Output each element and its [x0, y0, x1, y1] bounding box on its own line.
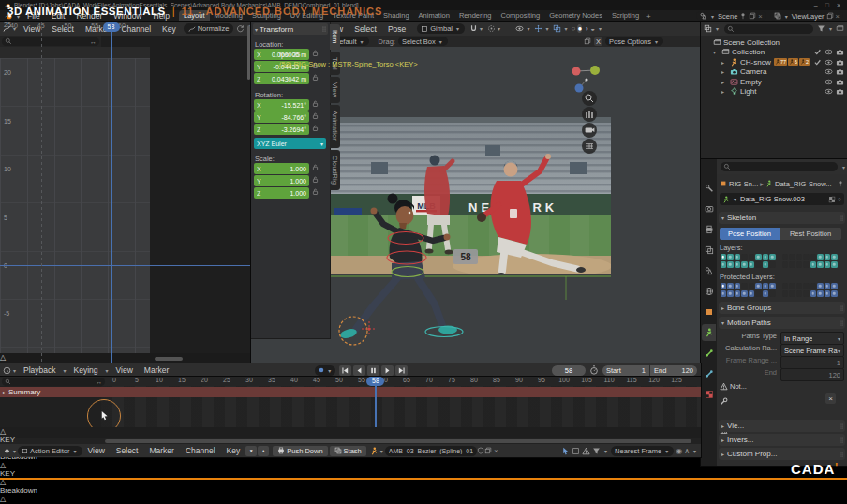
- outliner-row-scene-collection[interactable]: Scene Collection: [701, 37, 847, 48]
- outliner-row-camera[interactable]: ▸Camera: [701, 67, 847, 78]
- n-panel-tab-item[interactable]: Item: [330, 24, 340, 50]
- layer-toggle[interactable]: [782, 261, 789, 268]
- frame-start-field[interactable]: Start1: [602, 365, 649, 376]
- scene-selector[interactable]: ▾Scene×: [696, 11, 766, 21]
- action-name-field[interactable]: AMB_03_Bezier_(Spline)_01: [385, 446, 477, 456]
- timeline-marker[interactable]: △KEY: [0, 495, 701, 504]
- layer-toggle[interactable]: [810, 290, 817, 297]
- layer-toggle[interactable]: [803, 261, 810, 268]
- tab-rendering[interactable]: Rendering: [454, 10, 497, 22]
- rotation-y-lock-icon[interactable]: [311, 111, 319, 120]
- collapsed-panel-1[interactable]: ▸Invers...: [719, 434, 845, 446]
- shading-rendered-icon[interactable]: ◒: [590, 24, 595, 33]
- outliner-type-icon[interactable]: [704, 24, 712, 33]
- dope-menu-key[interactable]: Key: [221, 446, 246, 455]
- properties-tab-texture[interactable]: [702, 386, 716, 403]
- properties-tab-object-data[interactable]: [702, 324, 716, 341]
- collapsed-panel-2[interactable]: ▸Custom Prop...: [719, 448, 845, 460]
- layer-toggle[interactable]: [831, 290, 838, 297]
- minimize-button[interactable]: –: [814, 2, 818, 8]
- layer-down-button[interactable]: ▼: [245, 446, 257, 456]
- layer-toggle[interactable]: [803, 283, 810, 289]
- eye-toggle-icon[interactable]: [825, 58, 833, 67]
- layer-toggle[interactable]: [749, 283, 755, 289]
- layer-toggle[interactable]: [721, 290, 727, 297]
- layer-toggle[interactable]: [796, 290, 803, 297]
- jump-to-start-button[interactable]: [339, 365, 351, 376]
- outliner-search-input[interactable]: [724, 24, 813, 34]
- layer-toggle[interactable]: [769, 290, 776, 297]
- camera-toggle-icon[interactable]: [836, 48, 844, 56]
- viewport-menu-select[interactable]: Select: [349, 24, 382, 34]
- layer-toggle[interactable]: [735, 290, 741, 297]
- graph-search-input[interactable]: ↔: [2, 37, 99, 46]
- expand-toggle-icon[interactable]: ▸: [721, 79, 728, 85]
- skeleton-panel-header[interactable]: ▾Skeleton: [719, 212, 845, 224]
- rest-position-button[interactable]: Rest Position: [780, 228, 841, 240]
- visibility-toggle-icon[interactable]: [515, 24, 524, 33]
- maximize-button[interactable]: □: [825, 2, 829, 8]
- interpolation-icon[interactable]: ∧: [684, 447, 690, 455]
- outliner-row-collection[interactable]: ▾Collection: [701, 48, 847, 58]
- zoom-button[interactable]: [582, 91, 597, 106]
- snap-icon[interactable]: [469, 24, 478, 33]
- timeline-menu-view[interactable]: View: [111, 365, 139, 375]
- layer-toggle[interactable]: [782, 283, 789, 289]
- motion-paths-row-value[interactable]: 120: [780, 368, 844, 381]
- dope-type-icon[interactable]: [3, 447, 11, 455]
- layer-toggle[interactable]: [796, 283, 803, 289]
- pin-icon[interactable]: [739, 12, 747, 20]
- layer-toggle[interactable]: [831, 283, 838, 289]
- outliner-row-light[interactable]: ▸Light: [701, 87, 847, 97]
- stash-button[interactable]: Stash: [330, 446, 366, 456]
- layer-toggle[interactable]: [825, 283, 831, 289]
- scene-close-icon[interactable]: ×: [758, 12, 762, 21]
- rotation-x-field[interactable]: X-15.521°: [254, 99, 309, 111]
- layer-toggle[interactable]: [817, 261, 824, 268]
- layer-toggle[interactable]: [727, 261, 734, 268]
- x-mirror-toggle[interactable]: X: [594, 37, 602, 46]
- snap-mode-dropdown[interactable]: Nearest Frame▾: [611, 446, 674, 456]
- filter-icon[interactable]: [817, 24, 825, 33]
- layer-toggle[interactable]: [741, 254, 748, 260]
- layer-toggle[interactable]: [825, 261, 831, 268]
- layer-toggle[interactable]: [769, 283, 776, 289]
- n-panel-tab-view[interactable]: View: [330, 77, 340, 103]
- add-workspace-button[interactable]: +: [644, 12, 654, 21]
- timeline-type-icon[interactable]: [3, 366, 11, 375]
- tab-compositing[interactable]: Compositing: [497, 10, 545, 22]
- stopwatch-icon[interactable]: [589, 365, 599, 375]
- layer-toggle[interactable]: [831, 254, 838, 260]
- dope-search-input[interactable]: ↔: [2, 378, 105, 386]
- panel-grip-icon[interactable]: [320, 25, 328, 33]
- layer-toggle[interactable]: [735, 261, 741, 268]
- layer-toggle[interactable]: [817, 283, 824, 289]
- layer-toggle[interactable]: [755, 290, 762, 297]
- previous-keyframe-button[interactable]: [353, 365, 365, 376]
- tab-geometry-nodes[interactable]: Geometry Nodes: [544, 10, 607, 22]
- panel-grip-icon[interactable]: [838, 215, 845, 222]
- layer-toggle[interactable]: [810, 261, 817, 268]
- check-toggle-icon[interactable]: [813, 58, 822, 67]
- dope-menu-select[interactable]: Select: [111, 446, 144, 455]
- expand-toggle-icon[interactable]: ▸: [721, 59, 728, 66]
- viewport-menu-pose[interactable]: Pose: [382, 24, 411, 34]
- camera-toggle-icon[interactable]: [836, 58, 844, 67]
- layer-toggle[interactable]: [763, 283, 769, 289]
- new-scene-icon[interactable]: [749, 12, 756, 20]
- location-z-lock-icon[interactable]: [311, 73, 319, 82]
- bone-groups-panel-header[interactable]: ▸Bone Groups: [719, 302, 845, 314]
- data-name-field[interactable]: ▾Data_RIG-Snow.003○: [720, 193, 844, 205]
- transform-panel-header[interactable]: ▾Transform: [253, 23, 328, 35]
- layer-toggle[interactable]: [735, 254, 741, 260]
- check-toggle-icon[interactable]: [813, 48, 822, 56]
- camera-toggle-icon[interactable]: [836, 78, 844, 86]
- camera-toggle-icon[interactable]: [836, 87, 844, 96]
- n-panel-tab-animation[interactable]: Animation: [330, 105, 340, 147]
- overlays-toggle-icon[interactable]: [553, 24, 561, 33]
- timeline-menu-playback[interactable]: Playback: [18, 365, 62, 375]
- rotation-mode-dropdown[interactable]: XYZ Euler▾: [254, 138, 326, 149]
- scale-z-lock-icon[interactable]: [311, 187, 319, 196]
- layer-toggle[interactable]: [735, 283, 741, 289]
- expand-icon[interactable]: ↔: [97, 378, 103, 385]
